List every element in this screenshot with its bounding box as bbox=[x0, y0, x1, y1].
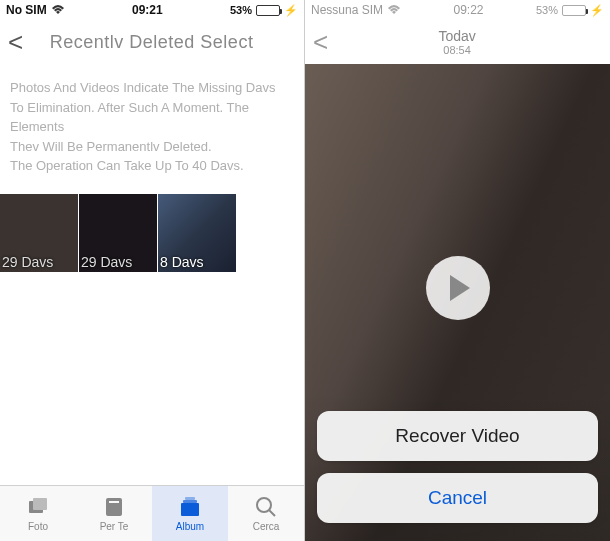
search-icon bbox=[254, 495, 278, 519]
svg-rect-4 bbox=[181, 503, 199, 516]
video-thumbnail[interactable]: 29 Davs bbox=[0, 194, 78, 272]
charging-icon: ⚡ bbox=[284, 4, 298, 17]
tab-for-you[interactable]: Per Te bbox=[76, 486, 152, 541]
info-line: Photos And Videos Indicate The Missing D… bbox=[10, 78, 294, 98]
info-line: The Operation Can Take Up To 40 Davs. bbox=[10, 156, 294, 176]
video-thumbnail[interactable]: 29 Davs bbox=[79, 194, 157, 272]
status-time: 09:22 bbox=[401, 3, 536, 17]
svg-point-7 bbox=[257, 498, 271, 512]
thumbnail-row: 29 Davs 29 Davs 8 Davs bbox=[0, 194, 304, 272]
tab-photos[interactable]: Foto bbox=[0, 486, 76, 541]
svg-line-8 bbox=[269, 510, 275, 516]
info-line: Thev Will Be Permanentlv Deleted. bbox=[10, 137, 294, 157]
nav-title: Recentlv Deleted Select bbox=[7, 32, 296, 53]
nav-title: Todav bbox=[312, 28, 602, 44]
svg-rect-5 bbox=[183, 500, 197, 503]
battery-icon bbox=[256, 5, 280, 16]
status-time: 09:21 bbox=[65, 3, 230, 17]
video-preview: Recover Video Cancel bbox=[305, 64, 610, 541]
nav-bar: < Recentlv Deleted Select bbox=[0, 20, 304, 64]
video-thumbnail[interactable]: 8 Davs bbox=[158, 194, 236, 272]
photos-icon bbox=[26, 495, 50, 519]
nav-bar: < Todav 08:54 bbox=[305, 20, 610, 64]
recover-video-button[interactable]: Recover Video bbox=[317, 411, 598, 461]
svg-rect-3 bbox=[109, 501, 119, 503]
info-line: To Elimination. After Such A Moment. The… bbox=[10, 98, 294, 137]
days-remaining-label: 8 Davs bbox=[158, 252, 206, 272]
svg-rect-2 bbox=[106, 498, 122, 516]
tab-albums[interactable]: Album bbox=[152, 486, 228, 541]
recently-deleted-screen: No SIM 09:21 53% ⚡ < Recentlv Deleted Se… bbox=[0, 0, 305, 541]
tab-label: Album bbox=[176, 521, 204, 532]
tab-label: Cerca bbox=[253, 521, 280, 532]
days-remaining-label: 29 Davs bbox=[79, 252, 134, 272]
tab-label: Per Te bbox=[100, 521, 129, 532]
video-detail-screen: Nessuna SIM 09:22 53% ⚡ < Todav 08:54 Re… bbox=[305, 0, 610, 541]
tab-label: Foto bbox=[28, 521, 48, 532]
play-icon bbox=[450, 275, 470, 301]
wifi-icon bbox=[387, 5, 401, 15]
cancel-button[interactable]: Cancel bbox=[317, 473, 598, 523]
tab-search[interactable]: Cerca bbox=[228, 486, 304, 541]
battery-icon bbox=[562, 5, 586, 16]
tab-bar: Foto Per Te Album Cerca bbox=[0, 485, 304, 541]
carrier-label: No SIM bbox=[6, 3, 47, 17]
status-bar: Nessuna SIM 09:22 53% ⚡ bbox=[305, 0, 610, 20]
status-bar: No SIM 09:21 53% ⚡ bbox=[0, 0, 304, 20]
nav-subtitle: 08:54 bbox=[312, 44, 602, 56]
play-button[interactable] bbox=[426, 256, 490, 320]
carrier-label: Nessuna SIM bbox=[311, 3, 383, 17]
days-remaining-label: 29 Davs bbox=[0, 252, 55, 272]
for-you-icon bbox=[102, 495, 126, 519]
svg-rect-1 bbox=[33, 498, 47, 510]
charging-icon: ⚡ bbox=[590, 4, 604, 17]
wifi-icon bbox=[51, 5, 65, 15]
battery-percent: 53% bbox=[536, 4, 558, 16]
albums-icon bbox=[178, 495, 202, 519]
info-text: Photos And Videos Indicate The Missing D… bbox=[0, 64, 304, 194]
battery-percent: 53% bbox=[230, 4, 252, 16]
svg-rect-6 bbox=[185, 497, 195, 500]
